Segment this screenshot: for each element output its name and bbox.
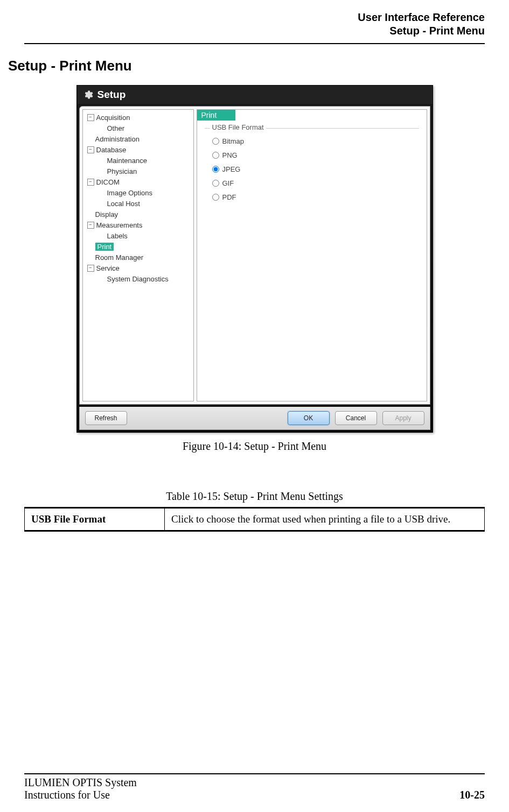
section-title: Setup - Print Menu (8, 58, 485, 74)
collapse-icon[interactable]: − (87, 146, 94, 153)
collapse-icon[interactable]: − (87, 265, 94, 272)
collapse-icon[interactable]: − (87, 222, 94, 229)
tree-item-system-diagnostics[interactable]: System Diagnostics (83, 273, 193, 284)
tree-item-local-host[interactable]: Local Host (83, 198, 193, 209)
table-row: USB File Format Click to choose the form… (25, 508, 485, 531)
page-number: 10-25 (459, 789, 485, 801)
apply-button[interactable]: Apply (382, 411, 424, 425)
footer-system-line1: ILUMIEN OPTIS System (24, 776, 137, 789)
radio-png[interactable]: PNG (212, 148, 412, 162)
table-caption: Table 10-15: Setup - Print Menu Settings (24, 490, 485, 503)
tree-item-database[interactable]: −Database (83, 144, 193, 155)
tree-item-maintenance[interactable]: Maintenance (83, 155, 193, 166)
settings-table: USB File Format Click to choose the form… (24, 507, 485, 532)
tree-item-room-manager[interactable]: Room Manager (83, 252, 193, 263)
setup-window: Setup −Acquisition Other Administration … (76, 85, 433, 433)
tree-item-display[interactable]: Display (83, 209, 193, 220)
tree-item-service[interactable]: −Service (83, 263, 193, 273)
setting-key: USB File Format (25, 508, 165, 531)
button-bar: Refresh OK Cancel Apply (79, 407, 430, 430)
footer-system-line2: Instructions for Use (24, 789, 137, 801)
gear-icon (82, 89, 93, 100)
footer-rule (24, 773, 485, 774)
page-header: User Interface Reference Setup - Print M… (24, 11, 485, 38)
radio-pdf[interactable]: PDF (212, 190, 412, 204)
page-footer: ILUMIEN OPTIS System Instructions for Us… (24, 769, 485, 801)
ok-button[interactable]: OK (288, 411, 330, 425)
group-label: USB File Format (210, 123, 266, 131)
panel-title: Print (197, 110, 235, 121)
settings-tree[interactable]: −Acquisition Other Administration −Datab… (82, 109, 194, 401)
tree-item-physician[interactable]: Physician (83, 166, 193, 176)
radio-jpeg[interactable]: JPEG (212, 162, 412, 176)
collapse-icon[interactable]: − (87, 179, 94, 186)
tree-item-image-options[interactable]: Image Options (83, 187, 193, 198)
setup-title-text: Setup (97, 89, 126, 101)
collapse-icon[interactable]: − (87, 114, 94, 121)
header-line-2: Setup - Print Menu (24, 24, 485, 38)
figure-caption: Figure 10-14: Setup - Print Menu (183, 440, 326, 453)
tree-item-measurements[interactable]: −Measurements (83, 220, 193, 230)
radio-bitmap[interactable]: Bitmap (212, 134, 412, 148)
tree-item-print[interactable]: Print (83, 241, 193, 252)
cancel-button[interactable]: Cancel (335, 411, 377, 425)
radio-gif[interactable]: GIF (212, 176, 412, 190)
setup-titlebar: Setup (77, 86, 433, 104)
header-rule (24, 43, 485, 44)
tree-item-acquisition[interactable]: −Acquisition (83, 112, 193, 123)
tree-item-other[interactable]: Other (83, 123, 193, 133)
tree-item-dicom[interactable]: −DICOM (83, 176, 193, 187)
tree-item-labels[interactable]: Labels (83, 230, 193, 241)
refresh-button[interactable]: Refresh (85, 411, 127, 425)
usb-file-format-group: USB File Format Bitmap PNG JPEG GIF PDF (205, 128, 419, 209)
tree-item-administration[interactable]: Administration (83, 133, 193, 144)
header-line-1: User Interface Reference (24, 11, 485, 24)
print-settings-panel: Print USB File Format Bitmap PNG JPEG GI… (197, 109, 427, 401)
setting-value: Click to choose the format used when pri… (165, 508, 485, 531)
footer-left: ILUMIEN OPTIS System Instructions for Us… (24, 776, 137, 801)
